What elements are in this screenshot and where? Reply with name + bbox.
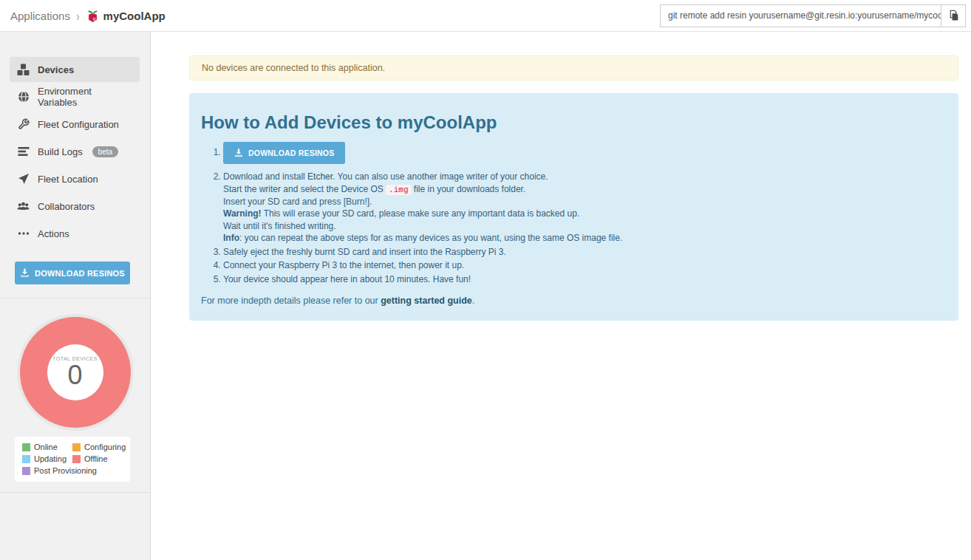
etcher-link[interactable]: Etcher — [307, 171, 333, 182]
raspberry-pi-icon — [86, 9, 100, 23]
download-resinos-button[interactable]: DOWNLOAD RESINOS — [15, 262, 130, 284]
sidebar-item-label: Fleet Configuration — [38, 119, 119, 130]
ellipsis-icon — [17, 228, 30, 240]
sidebar-item-label: Actions — [38, 228, 69, 239]
sidebar-item-label: Fleet Location — [38, 174, 98, 185]
download-icon — [234, 148, 243, 157]
git-remote-command-field[interactable]: git remote add resin yourusername@git.re… — [660, 4, 941, 27]
device-status-legend: Online Configuring Updating Offline Post… — [15, 437, 130, 482]
step-4: Connect your Raspberry Pi 3 to the inter… — [223, 259, 944, 272]
step-1: DOWNLOAD RESINOS — [223, 142, 944, 164]
chevron-right-icon: › — [76, 8, 80, 24]
sidebar-item-label: Collaborators — [38, 201, 95, 212]
post-provisioning-swatch — [22, 467, 30, 475]
breadcrumb-app-name: myCoolApp — [103, 10, 166, 22]
legend-item-configuring: Configuring — [72, 443, 123, 451]
navigation-arrow-icon — [17, 173, 30, 185]
legend-item-updating: Updating — [22, 454, 72, 463]
legend-item-online: Online — [22, 443, 72, 451]
download-resinos-label: DOWNLOAD RESINOS — [248, 148, 334, 157]
cubes-icon — [17, 64, 30, 76]
breadcrumb: Applications › myCoolApp — [10, 9, 166, 23]
git-remote-group: git remote add resin yourusername@git.re… — [660, 4, 966, 27]
download-resinos-label: DOWNLOAD RESINOS — [35, 269, 125, 278]
sidebar-item-actions[interactable]: Actions — [10, 221, 140, 246]
sidebar-item-collaborators[interactable]: Collaborators — [10, 194, 140, 219]
copy-button[interactable] — [941, 4, 966, 27]
sidebar-divider — [0, 492, 150, 493]
beta-badge: beta — [92, 146, 118, 157]
donut-value: 0 — [67, 361, 82, 389]
people-icon — [17, 200, 30, 213]
sidebar: Devices Environment Variables Fleet Conf… — [0, 32, 151, 560]
sidebar-item-build-logs[interactable]: Build Logs beta — [10, 139, 140, 164]
breadcrumb-applications-link[interactable]: Applications — [10, 10, 70, 22]
sidebar-item-label: Devices — [38, 64, 74, 75]
legend-item-post-provisioning: Post Provisioning — [22, 466, 123, 475]
step-3: Safely eject the freshly burnt SD card a… — [223, 246, 944, 259]
globe-icon — [17, 91, 30, 103]
how-to-add-devices-panel: How to Add Devices to myCoolApp DOWNLOAD… — [189, 93, 958, 321]
main-content: No devices are connected to this applica… — [151, 32, 971, 560]
online-swatch — [22, 443, 30, 451]
sidebar-item-devices[interactable]: Devices — [10, 57, 140, 82]
getting-started-guide-link[interactable]: getting started guide — [381, 296, 472, 306]
sidebar-item-label: Build Logs — [38, 146, 83, 157]
breadcrumb-app: myCoolApp — [86, 9, 166, 23]
copy-icon — [948, 10, 959, 21]
sidebar-item-environment-variables[interactable]: Environment Variables — [10, 84, 140, 109]
no-devices-alert: No devices are connected to this applica… — [189, 55, 958, 81]
wrench-icon — [17, 118, 30, 131]
offline-swatch — [72, 455, 81, 463]
updating-swatch — [22, 455, 30, 463]
sidebar-divider — [0, 298, 150, 298]
top-header: Applications › myCoolApp git — [0, 0, 971, 32]
sidebar-item-fleet-configuration[interactable]: Fleet Configuration — [10, 112, 140, 137]
sidebar-item-label: Environment Variables — [38, 86, 132, 108]
download-resinos-button[interactable]: DOWNLOAD RESINOS — [223, 142, 345, 164]
panel-title: How to Add Devices to myCoolApp — [201, 112, 944, 133]
step-2: Download and install Etcher. You can als… — [223, 171, 944, 245]
guide-footer: For more indepth details please refer to… — [201, 296, 944, 306]
configuring-swatch — [72, 443, 81, 451]
sidebar-item-fleet-location[interactable]: Fleet Location — [10, 166, 140, 191]
img-code-snippet: .img — [386, 185, 411, 195]
step-5: Your device should appear here in about … — [223, 273, 944, 286]
download-icon — [20, 268, 30, 278]
legend-item-offline: Offline — [72, 454, 123, 463]
total-devices-donut-chart: TOTAL DEVICES 0 — [20, 317, 131, 428]
logs-icon — [17, 146, 30, 158]
